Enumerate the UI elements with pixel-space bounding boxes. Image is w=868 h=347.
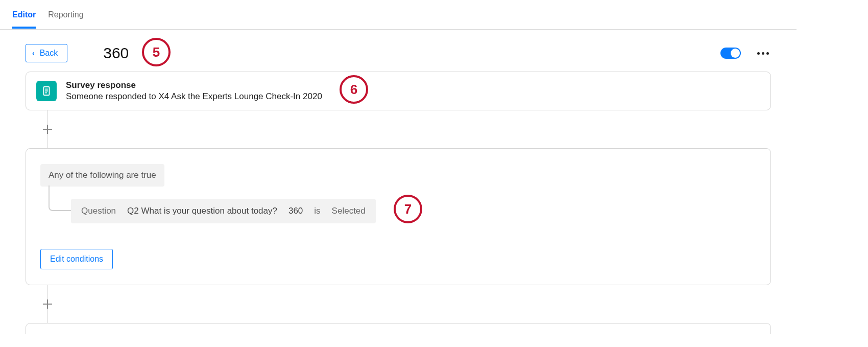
flow-connector: [47, 110, 771, 125]
trigger-card[interactable]: Survey response Someone responded to X4 …: [26, 72, 771, 110]
annotation-5: 5: [142, 38, 171, 66]
workflow-toggle[interactable]: [720, 48, 741, 59]
condition-type-label: Question: [81, 206, 116, 216]
tab-editor[interactable]: Editor: [12, 1, 36, 29]
edit-conditions-button[interactable]: Edit conditions: [40, 249, 113, 269]
tab-reporting[interactable]: Reporting: [48, 1, 83, 29]
condition-question: Q2 What is your question about today?: [127, 206, 277, 216]
condition-group-header: Any of the following are true: [40, 164, 164, 187]
tab-bar: Editor Reporting: [0, 0, 797, 30]
condition-option: 360: [288, 206, 303, 216]
survey-response-icon: [36, 81, 57, 101]
back-button-label: Back: [40, 49, 58, 58]
condition-operator: is: [314, 206, 320, 216]
trigger-description: Someone responded to X4 Ask the Experts …: [66, 91, 322, 102]
tree-connector-icon: [49, 186, 71, 211]
back-button[interactable]: ‹ Back: [26, 44, 67, 62]
condition-state: Selected: [332, 206, 366, 216]
condition-card[interactable]: Any of the following are true Question Q…: [26, 148, 771, 285]
add-step-button[interactable]: [43, 125, 52, 134]
flow-connector: [47, 134, 771, 148]
page-title: 360: [103, 44, 129, 62]
condition-row: Question Q2 What is your question about …: [71, 199, 376, 223]
annotation-6: 6: [340, 75, 368, 104]
trigger-title: Survey response: [66, 80, 322, 90]
page-header: ‹ Back 360 5: [0, 30, 797, 72]
flow-connector: [47, 285, 771, 299]
add-step-button[interactable]: [43, 299, 52, 309]
chevron-left-icon: ‹: [32, 49, 35, 57]
next-card-peek: [26, 323, 771, 334]
flow-connector: [47, 309, 771, 323]
more-menu-icon[interactable]: [755, 50, 771, 57]
